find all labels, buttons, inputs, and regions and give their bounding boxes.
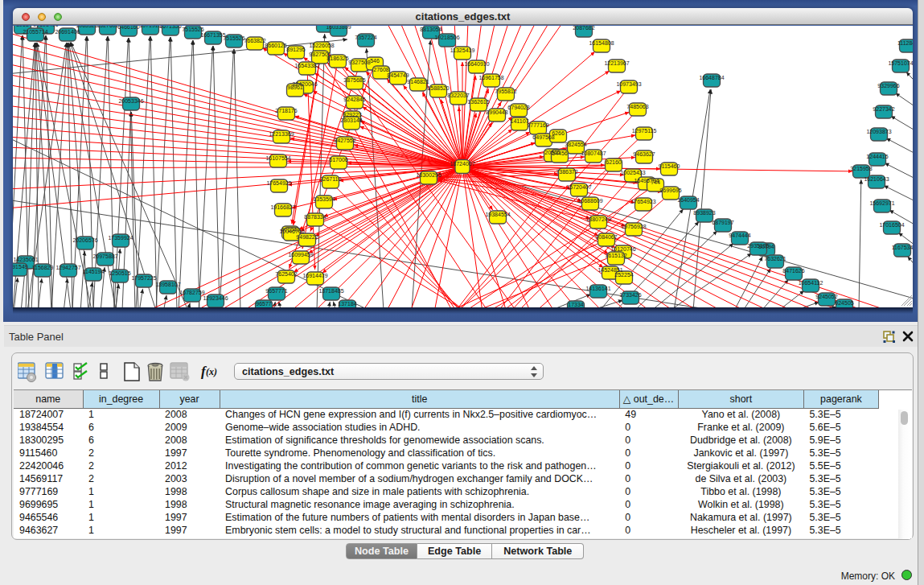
- svg-text:7632621: 7632621: [764, 256, 786, 262]
- svg-text:6794028: 6794028: [507, 105, 529, 110]
- svg-text:9329966: 9329966: [877, 83, 899, 89]
- svg-text:27608: 27608: [373, 67, 389, 72]
- svg-text:10807487: 10807487: [581, 150, 606, 156]
- svg-text:98961: 98961: [287, 84, 303, 90]
- svg-text:137184: 137184: [338, 301, 356, 307]
- svg-text:9242845: 9242845: [343, 97, 365, 102]
- svg-text:3824554: 3824554: [565, 142, 586, 147]
- svg-text:1671355: 1671355: [159, 26, 181, 29]
- svg-text:9474444: 9474444: [729, 233, 750, 238]
- svg-text:9245052: 9245052: [815, 294, 837, 299]
- svg-text:17654925: 17654925: [266, 180, 291, 186]
- svg-text:924505: 924505: [835, 300, 853, 306]
- svg-text:8990448: 8990448: [486, 109, 507, 115]
- svg-text:6266: 6266: [552, 130, 565, 136]
- svg-text:141107: 141107: [511, 118, 529, 124]
- svg-text:7485063: 7485063: [626, 104, 648, 109]
- svg-text:15226058: 15226058: [309, 43, 334, 48]
- svg-text:8454749: 8454749: [387, 72, 409, 78]
- svg-text:546: 546: [370, 58, 380, 64]
- svg-text:1527602: 1527602: [97, 26, 118, 28]
- svg-text:6466160: 6466160: [117, 26, 139, 30]
- svg-text:9084067: 9084067: [595, 234, 617, 240]
- svg-text:1244415: 1244415: [866, 154, 888, 159]
- svg-text:17016504: 17016504: [879, 222, 904, 228]
- svg-text:13718485: 13718485: [318, 288, 343, 294]
- svg-text:19756928: 19756928: [621, 224, 646, 229]
- svg-text:929223: 929223: [343, 112, 361, 117]
- svg-text:9463627: 9463627: [633, 151, 655, 157]
- svg-text:16099459: 16099459: [288, 252, 313, 257]
- svg-text:9777169: 9777169: [527, 122, 548, 128]
- svg-text:12213369: 12213369: [269, 131, 294, 137]
- svg-text:744: 744: [651, 179, 660, 185]
- svg-text:12923446: 12923446: [203, 295, 228, 301]
- svg-text:891295: 891295: [286, 47, 305, 52]
- svg-text:62160: 62160: [606, 159, 622, 165]
- svg-text:16107554: 16107554: [265, 155, 290, 161]
- svg-text:1065326: 1065326: [76, 26, 97, 28]
- svg-text:1640954: 1640954: [677, 197, 699, 203]
- svg-text:7386372: 7386372: [556, 169, 577, 175]
- svg-text:16671355: 16671355: [200, 32, 225, 38]
- svg-text:1588520: 1588520: [427, 85, 449, 91]
- svg-text:17359924: 17359924: [108, 235, 133, 241]
- svg-text:16640910: 16640910: [464, 61, 489, 67]
- svg-text:16543382: 16543382: [294, 63, 319, 68]
- svg-text:8878334: 8878334: [304, 214, 326, 220]
- svg-text:13958107: 13958107: [155, 282, 180, 287]
- svg-text:1615132: 1615132: [605, 253, 626, 258]
- svg-text:19166827: 19166827: [270, 204, 295, 210]
- svg-text:1250515: 1250515: [109, 270, 130, 276]
- svg-text:10046766: 10046766: [279, 229, 304, 234]
- svg-text:1145194: 1145194: [83, 269, 105, 274]
- svg-text:8186325: 8186325: [326, 56, 348, 61]
- svg-text:6879197: 6879197: [712, 220, 733, 225]
- svg-text:14235061: 14235061: [13, 257, 38, 262]
- svg-text:16033809: 16033809: [326, 26, 351, 30]
- svg-text:12975115: 12975115: [632, 128, 657, 134]
- svg-text:8963: 8963: [16, 26, 29, 27]
- svg-text:15720407: 15720407: [566, 184, 591, 190]
- svg-text:20691406: 20691406: [33, 26, 58, 27]
- svg-text:16782759: 16782759: [179, 290, 204, 295]
- svg-text:18300295: 18300295: [416, 172, 441, 178]
- svg-text:3875685: 3875685: [343, 77, 365, 83]
- svg-text:1156829: 1156829: [32, 265, 54, 270]
- svg-text:20975887: 20975887: [92, 253, 117, 259]
- svg-text:8427552: 8427552: [334, 138, 355, 143]
- svg-text:8471626: 8471626: [782, 268, 804, 274]
- svg-text:7515526: 7515526: [182, 27, 203, 32]
- svg-text:19384554: 19384554: [485, 212, 510, 217]
- svg-text:7955812: 7955812: [495, 89, 516, 94]
- svg-text:8938923: 8938923: [693, 210, 715, 216]
- svg-text:16914479: 16914479: [302, 273, 327, 278]
- svg-text:2718176: 2718176: [275, 108, 297, 113]
- svg-text:7515526: 7515526: [223, 35, 244, 41]
- svg-text:1353594: 1353594: [313, 196, 335, 202]
- svg-text:2087682: 2087682: [573, 26, 594, 31]
- svg-text:9657771: 9657771: [265, 288, 287, 294]
- svg-text:2803144: 2803144: [340, 117, 362, 123]
- svg-text:18724007: 18724007: [450, 161, 474, 167]
- svg-text:7625402: 7625402: [275, 271, 297, 277]
- svg-text:8813054: 8813054: [420, 27, 441, 32]
- svg-text:12942757: 12942757: [55, 265, 80, 270]
- svg-text:1733426: 1733426: [619, 292, 641, 298]
- svg-text:2935105: 2935105: [747, 243, 769, 249]
- svg-text:96577: 96577: [256, 301, 272, 307]
- svg-text:10025433: 10025433: [620, 170, 645, 175]
- svg-text:1071915: 1071915: [139, 26, 161, 28]
- svg-text:16210643: 16210643: [864, 176, 889, 182]
- svg-text:1167534: 1167534: [892, 245, 913, 250]
- svg-text:9146821: 9146821: [407, 79, 429, 84]
- svg-text:16648784: 16648784: [699, 75, 724, 80]
- svg-text:9115460: 9115460: [659, 163, 680, 169]
- svg-text:7663822: 7663822: [244, 38, 265, 43]
- svg-text:12093873: 12093873: [866, 129, 891, 134]
- svg-text:21055714: 21055714: [23, 29, 47, 35]
- svg-text:16961758: 16961758: [478, 75, 503, 80]
- svg-text:617006: 617006: [329, 157, 347, 163]
- svg-text:9327508: 9327508: [348, 60, 370, 65]
- svg-text:391549: 391549: [13, 264, 28, 270]
